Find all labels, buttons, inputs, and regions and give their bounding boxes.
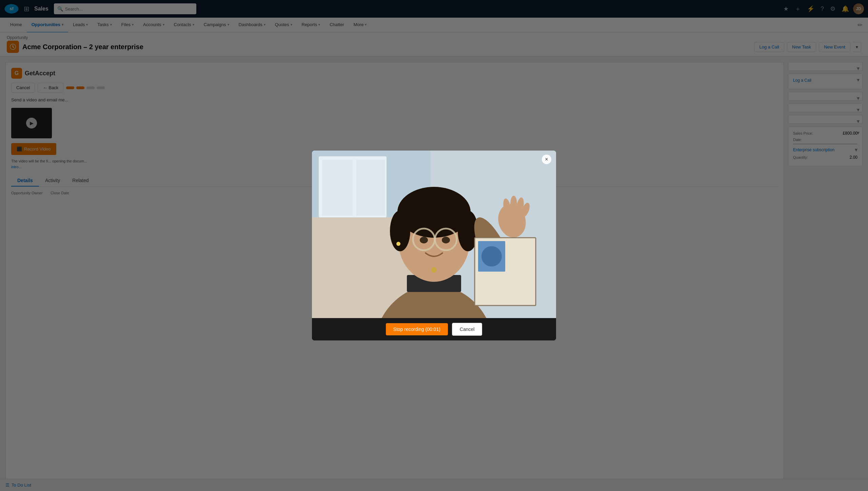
svg-point-22 [431,267,437,273]
person-silhouette [312,151,556,318]
video-feed [312,151,556,318]
video-modal: × [312,151,556,340]
svg-point-14 [390,211,410,251]
svg-rect-8 [356,160,385,216]
modal-controls: Stop recording (00:01) Cancel [312,318,556,340]
svg-point-20 [442,237,450,243]
modal-close-button[interactable]: × [542,155,551,164]
svg-point-19 [420,237,428,243]
svg-point-31 [481,246,502,267]
svg-point-21 [396,242,400,246]
svg-point-26 [510,196,517,213]
modal-overlay: × [0,0,868,491]
svg-rect-7 [322,160,353,216]
modal-cancel-button[interactable]: Cancel [452,323,482,336]
stop-recording-button[interactable]: Stop recording (00:01) [386,323,448,335]
